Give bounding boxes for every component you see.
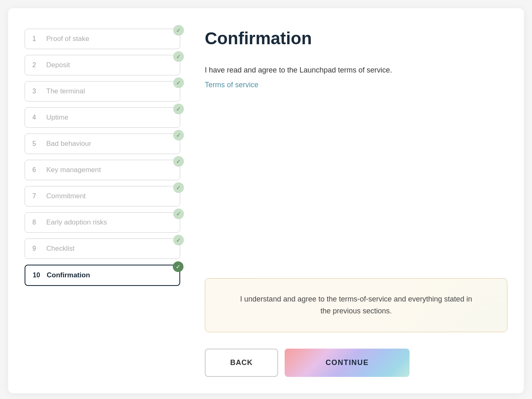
step-number-9: 10 xyxy=(33,272,43,279)
step-number-7: 8 xyxy=(32,219,43,226)
agree-text: I have read and agree to the Launchpad t… xyxy=(205,65,507,76)
main-container: 1Proof of stake✓2Deposit✓3The terminal✓4… xyxy=(8,8,524,393)
step-number-6: 7 xyxy=(32,193,43,200)
step-label-4: Bad behaviour xyxy=(46,140,91,148)
check-badge-4: ✓ xyxy=(173,130,184,141)
sidebar-item-9[interactable]: 10Confirmation✓ xyxy=(25,265,180,286)
button-row: BACK CONTINUE xyxy=(205,349,507,377)
check-badge-8: ✓ xyxy=(173,235,184,245)
sidebar-item-6[interactable]: 7Commitment✓ xyxy=(25,186,180,206)
check-badge-1: ✓ xyxy=(173,51,184,62)
agreement-box: I understand and agree to the terms-of-s… xyxy=(205,278,507,332)
check-badge-6: ✓ xyxy=(173,182,184,193)
step-number-4: 5 xyxy=(32,140,43,147)
sidebar-item-5[interactable]: 6Key management✓ xyxy=(25,160,180,180)
step-number-1: 2 xyxy=(32,61,43,69)
content-area: Confirmation I have read and agree to th… xyxy=(197,25,507,377)
back-button[interactable]: BACK xyxy=(205,349,278,377)
sidebar-item-1[interactable]: 2Deposit✓ xyxy=(25,55,180,75)
step-label-3: Uptime xyxy=(46,113,68,122)
step-number-8: 9 xyxy=(32,245,43,252)
check-badge-7: ✓ xyxy=(173,209,184,219)
check-badge-3: ✓ xyxy=(173,104,184,114)
step-label-8: Checklist xyxy=(46,245,75,253)
step-number-3: 4 xyxy=(32,114,43,121)
step-number-2: 3 xyxy=(32,88,43,95)
step-label-9: Confirmation xyxy=(47,271,90,279)
check-badge-0: ✓ xyxy=(173,25,184,36)
step-label-6: Commitment xyxy=(46,192,86,200)
check-badge-2: ✓ xyxy=(173,77,184,88)
sidebar-item-4[interactable]: 5Bad behaviour✓ xyxy=(25,134,180,154)
check-badge-5: ✓ xyxy=(173,156,184,167)
page-title: Confirmation xyxy=(205,29,507,48)
continue-button[interactable]: CONTINUE xyxy=(285,349,410,377)
check-badge-9: ✓ xyxy=(173,261,183,272)
step-label-1: Deposit xyxy=(46,61,70,69)
step-number-0: 1 xyxy=(32,35,43,43)
terms-of-service-link[interactable]: Terms of service xyxy=(205,81,507,89)
step-label-0: Proof of stake xyxy=(46,35,89,43)
sidebar-item-7[interactable]: 8Early adoption risks✓ xyxy=(25,212,180,233)
sidebar-item-2[interactable]: 3The terminal✓ xyxy=(25,81,180,102)
step-number-5: 6 xyxy=(32,166,43,174)
agreement-box-text: I understand and agree to the terms-of-s… xyxy=(222,293,491,317)
step-label-2: The terminal xyxy=(46,87,85,95)
sidebar-item-8[interactable]: 9Checklist✓ xyxy=(25,238,180,259)
sidebar-item-0[interactable]: 1Proof of stake✓ xyxy=(25,29,180,49)
step-label-7: Early adoption risks xyxy=(46,218,107,227)
sidebar-item-3[interactable]: 4Uptime✓ xyxy=(25,107,180,128)
sidebar: 1Proof of stake✓2Deposit✓3The terminal✓4… xyxy=(25,25,180,377)
step-label-5: Key management xyxy=(46,166,101,174)
